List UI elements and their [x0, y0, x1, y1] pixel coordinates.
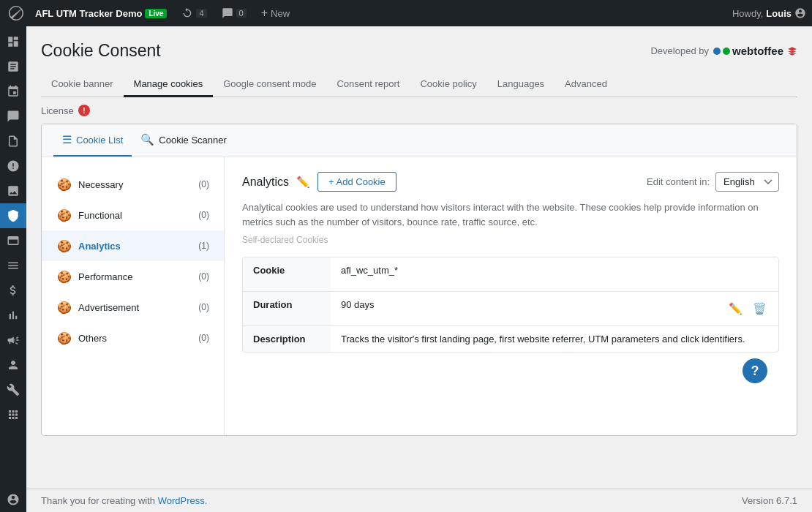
tab-languages[interactable]: Languages — [487, 72, 555, 97]
tab-advanced[interactable]: Advanced — [555, 72, 617, 97]
footer-thanks: Thank you for creating with — [41, 495, 155, 506]
sidebar-icon-list[interactable] — [0, 253, 26, 278]
right-panel: Analytics ✏️ + Add Cookie Edit content i… — [225, 157, 797, 435]
sidebar-icon-dollar[interactable] — [0, 278, 26, 303]
page-header: Cookie Consent Developed by webtoffee — [41, 41, 797, 61]
necessary-icon: 🍪 — [56, 176, 72, 192]
tab-cookie-policy[interactable]: Cookie policy — [410, 72, 486, 97]
advertisement-icon: 🍪 — [56, 299, 72, 315]
comments-item[interactable]: 0 — [216, 0, 252, 26]
cookie-row-description: Description Tracks the visitor's first l… — [243, 325, 778, 352]
advertisement-count: (0) — [198, 302, 209, 312]
sidebar-icon-dashboard[interactable] — [0, 29, 26, 54]
analytics-icon: 🍪 — [56, 238, 72, 254]
advertisement-label: Advertisement — [78, 302, 192, 313]
performance-label: Performance — [78, 271, 192, 282]
sidebar-icon-user-circle[interactable] — [0, 487, 26, 512]
site-name-bar[interactable]: AFL UTM Tracker Demo Live — [29, 0, 173, 26]
subnav-cookie-list[interactable]: ☰ Cookie List — [53, 124, 132, 157]
tab-google-consent[interactable]: Google consent mode — [213, 72, 326, 97]
admin-bar: AFL UTM Tracker Demo Live 4 0 + New Howd… — [0, 0, 812, 26]
cookie-description-value: Tracks the visitor's first landing page,… — [331, 326, 761, 352]
selected-category-title: Analytics — [242, 176, 289, 189]
right-panel-header: Analytics ✏️ + Add Cookie Edit content i… — [242, 172, 779, 192]
sidebar-icon-chart[interactable] — [0, 303, 26, 328]
sidebar-icon-posts[interactable] — [0, 54, 26, 79]
performance-count: (0) — [198, 271, 209, 282]
help-button-wrap: ? — [242, 353, 779, 389]
updates-item[interactable]: 4 — [176, 0, 212, 26]
sidebar — [0, 26, 26, 512]
dev-by: Developed by webtoffee — [650, 45, 797, 57]
wt-dot-blue — [713, 48, 721, 55]
sidebar-icon-comments[interactable] — [0, 104, 26, 129]
edit-category-button[interactable]: ✏️ — [295, 174, 312, 190]
cookie-manager: 🍪 Necessary (0) 🍪 Functional (0) 🍪 Analy… — [42, 157, 797, 435]
cookie-row-name: Cookie afl_wc_utm_* ✏️ 🗑️ — [243, 257, 778, 291]
category-title-row: Analytics ✏️ + Add Cookie — [242, 172, 396, 192]
plugin-box: ☰ Cookie List 🔍 Cookie Scanner 🍪 Neces — [41, 124, 797, 436]
sidebar-icon-tools[interactable] — [0, 377, 26, 402]
adminbar-right: Howdy, Louis — [732, 7, 806, 19]
performance-icon: 🍪 — [56, 268, 72, 285]
others-icon: 🍪 — [56, 330, 72, 346]
sidebar-icon-security[interactable] — [0, 203, 26, 228]
new-label: New — [271, 8, 290, 19]
others-label: Others — [78, 333, 192, 344]
subnav-cookie-scanner-label: Cookie Scanner — [159, 135, 227, 146]
edit-cookie-button-2[interactable]: ✏️ — [726, 299, 745, 318]
tab-cookie-banner[interactable]: Cookie banner — [41, 72, 124, 97]
page-title: Cookie Consent — [41, 41, 161, 61]
add-cookie-button[interactable]: + Add Cookie — [317, 172, 396, 192]
help-button[interactable]: ? — [743, 358, 767, 383]
sidebar-icon-media[interactable] — [0, 178, 26, 203]
others-count: (0) — [198, 333, 209, 343]
category-description: Analytical cookies are used to understan… — [242, 200, 779, 229]
category-analytics[interactable]: 🍪 Analytics (1) — [42, 230, 224, 261]
delete-cookie-button-2[interactable]: 🗑️ — [750, 299, 770, 318]
analytics-count: (1) — [198, 241, 209, 251]
category-functional[interactable]: 🍪 Functional (0) — [42, 200, 224, 230]
cookie-actions-duration: ✏️ 🗑️ — [717, 292, 778, 325]
edit-content-row: Edit content in: English French Spanish … — [647, 172, 779, 192]
functional-icon: 🍪 — [56, 207, 72, 223]
necessary-label: Necessary — [78, 179, 192, 190]
webtoffee-logo: webtoffee — [713, 45, 797, 57]
sidebar-icon-pin[interactable] — [0, 79, 26, 104]
new-item[interactable]: + New — [255, 0, 296, 26]
functional-count: (0) — [198, 210, 209, 220]
necessary-count: (0) — [198, 179, 209, 189]
category-others[interactable]: 🍪 Others (0) — [42, 323, 224, 353]
cookie-name-label: Cookie — [243, 257, 331, 291]
sidebar-icon-person[interactable] — [0, 353, 26, 377]
sidebar-icon-grid[interactable] — [0, 402, 26, 427]
tab-manage-cookies[interactable]: Manage cookies — [124, 72, 214, 97]
sidebar-icon-megaphone[interactable] — [0, 328, 26, 353]
edit-content-label: Edit content in: — [647, 176, 710, 187]
subnav-cookie-scanner[interactable]: 🔍 Cookie Scanner — [132, 124, 236, 157]
category-advertisement[interactable]: 🍪 Advertisement (0) — [42, 292, 224, 323]
sub-nav: ☰ Cookie List 🔍 Cookie Scanner — [42, 124, 797, 157]
license-warning-icon: ! — [78, 105, 90, 116]
sidebar-icon-woo[interactable] — [0, 228, 26, 253]
tab-consent-report[interactable]: Consent report — [326, 72, 410, 97]
footer-left: Thank you for creating with WordPress. — [41, 495, 207, 506]
footer: Thank you for creating with WordPress. V… — [26, 489, 812, 512]
self-declared-label: Self-declared Cookies — [242, 235, 779, 245]
wp-logo[interactable] — [6, 0, 26, 26]
wt-dot-green — [723, 48, 730, 55]
category-performance[interactable]: 🍪 Performance (0) — [42, 261, 224, 292]
howdy-text: Howdy, — [732, 8, 763, 19]
sidebar-icon-feedback[interactable] — [0, 154, 26, 178]
sidebar-icon-pages[interactable] — [0, 129, 26, 154]
license-label[interactable]: License — [41, 105, 74, 116]
list-icon: ☰ — [62, 133, 72, 146]
nav-tabs: Cookie banner Manage cookies Google cons… — [41, 72, 797, 97]
cookie-duration-label: Duration — [243, 292, 331, 325]
comments-count: 0 — [236, 9, 247, 18]
language-select[interactable]: English French Spanish German — [715, 172, 779, 192]
category-necessary[interactable]: 🍪 Necessary (0) — [42, 169, 224, 200]
updates-count: 4 — [196, 9, 206, 18]
footer-wp-link[interactable]: WordPress. — [158, 495, 208, 506]
language-select-wrapper: English French Spanish German — [715, 172, 779, 192]
